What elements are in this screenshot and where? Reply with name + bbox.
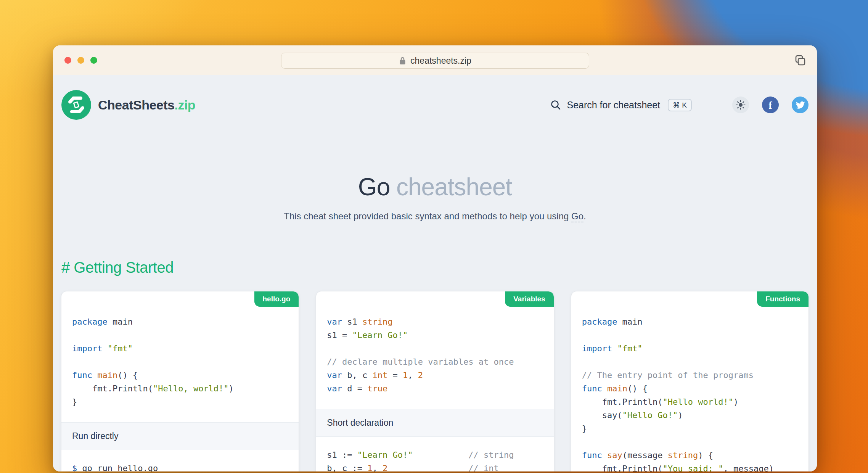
- card-badge: Functions: [757, 291, 809, 307]
- card-badge: Variables: [505, 291, 553, 307]
- go-link[interactable]: Go: [571, 211, 583, 222]
- tab-overview-icon[interactable]: [793, 54, 807, 68]
- card-body: package main import "fmt" // The entry p…: [571, 291, 809, 471]
- search-shortcut-badge: ⌘ K: [668, 99, 692, 111]
- facebook-button[interactable]: f: [762, 97, 779, 113]
- header-actions: Search for cheatsheet ⌘ K: [550, 97, 809, 113]
- code-block: package main import "fmt" func main() { …: [61, 291, 299, 422]
- facebook-icon: f: [769, 100, 772, 111]
- card-badge: hello.go: [254, 291, 299, 307]
- fullscreen-window-button[interactable]: [90, 57, 97, 64]
- minimize-window-button[interactable]: [77, 57, 84, 64]
- lock-icon: [399, 56, 407, 65]
- cards-grid: hello.go package main import "fmt" func …: [61, 291, 809, 471]
- card-body: var s1 string s1 = "Learn Go!" // declar…: [316, 291, 553, 471]
- cheatsheet-card: Functions package main import "fmt" // T…: [571, 291, 809, 471]
- cheatsheet-card: Variables var s1 string s1 = "Learn Go!"…: [316, 291, 553, 471]
- site-header: CheatSheets.zip Search for cheatsheet ⌘ …: [61, 90, 809, 120]
- page-title-muted: cheatsheet: [396, 173, 512, 201]
- card-subheader: Short declaration: [316, 409, 553, 437]
- page-subtitle: This cheat sheet provided basic syntax a…: [61, 211, 809, 222]
- subtitle-period: .: [583, 211, 586, 221]
- browser-chrome: cheatsheets.zip: [53, 45, 817, 75]
- close-window-button[interactable]: [64, 57, 71, 64]
- page-title: Go cheatsheet: [61, 173, 809, 201]
- twitter-icon: [795, 100, 805, 110]
- theme-toggle-button[interactable]: [732, 97, 749, 113]
- address-bar[interactable]: cheatsheets.zip: [281, 53, 589, 69]
- card-subheader: Run directly: [61, 422, 299, 450]
- card-body: package main import "fmt" func main() { …: [61, 291, 299, 471]
- page-title-main: Go: [358, 173, 390, 201]
- code-block: s1 := "Learn Go!" // string b, c := 1, 2…: [316, 437, 553, 471]
- search-label: Search for cheatsheet: [567, 100, 660, 111]
- traffic-lights: [64, 45, 97, 75]
- code-block: $ go run hello.go: [61, 450, 299, 471]
- cheatsheets-logo-icon: [61, 90, 91, 120]
- brand-name: CheatSheets.zip: [98, 98, 195, 113]
- twitter-button[interactable]: [792, 97, 809, 113]
- brand-tld: .zip: [174, 98, 195, 112]
- section-title: # Getting Started: [61, 259, 809, 276]
- cheatsheet-card: hello.go package main import "fmt" func …: [61, 291, 299, 471]
- code-block: package main import "fmt" // The entry p…: [571, 291, 809, 471]
- page-content: CheatSheets.zip Search for cheatsheet ⌘ …: [53, 75, 817, 471]
- code-block: var s1 string s1 = "Learn Go!" // declar…: [316, 291, 553, 409]
- subtitle-text: This cheat sheet provided basic syntax a…: [284, 211, 571, 221]
- sun-icon: [736, 100, 746, 110]
- search-button[interactable]: Search for cheatsheet ⌘ K: [550, 99, 692, 111]
- browser-window: cheatsheets.zip: [53, 45, 817, 471]
- brand-logo-link[interactable]: CheatSheets.zip: [61, 90, 195, 120]
- url-text: cheatsheets.zip: [410, 56, 471, 66]
- search-icon: [550, 99, 561, 111]
